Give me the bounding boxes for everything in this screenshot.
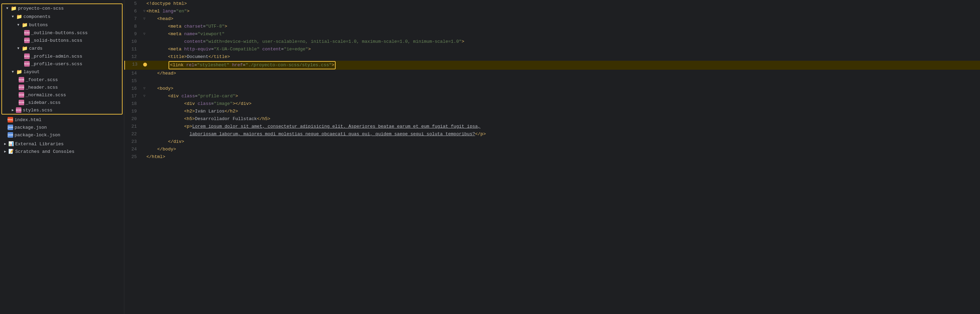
chevron-icon: ▶ <box>10 108 15 112</box>
line-content: <p>Lorem ipsum dolor sit amet, consectet… <box>146 123 980 130</box>
line-content: laboriosam laborum, maiores modi molesti… <box>146 131 980 138</box>
editor-line-23: 23 </div> <box>124 138 980 146</box>
sidebar-item-outline-buttons[interactable]: scss _outline-buttons.scss <box>2 29 122 36</box>
chevron-icon: ▼ <box>16 47 21 51</box>
sidebar-label: _footer.scss <box>25 77 58 82</box>
sidebar-label: Scratches and Consoles <box>15 149 75 154</box>
line-number: 23 <box>124 138 142 145</box>
sidebar-label: styles.scss <box>23 108 52 113</box>
sidebar-item-external-libraries[interactable]: ▶ 📊 External Libraries <box>0 140 124 147</box>
fold-indicator: ⬤ <box>143 61 147 68</box>
editor-line-24: 24 </body> <box>124 146 980 153</box>
editor-line-15: 15 <box>124 77 980 85</box>
sidebar-label: buttons <box>29 22 48 28</box>
json-file-icon: json <box>8 125 13 130</box>
editor-line-8: 8 <meta charset="UTF-8"> <box>124 23 980 30</box>
line-number: 22 <box>124 131 142 138</box>
json-file-icon: json <box>8 132 13 138</box>
html-file-icon: html <box>8 117 13 122</box>
sidebar-label: cards <box>29 46 43 51</box>
line-number: 15 <box>124 78 142 84</box>
line-number: 21 <box>124 123 142 130</box>
sidebar-item-sidebar-scss[interactable]: scss _sidebar.scss <box>2 99 122 106</box>
sidebar-item-profile-admin[interactable]: scss _profile-admin.scss <box>2 52 122 60</box>
scss-file-icon: scss <box>19 84 24 90</box>
scss-file-icon: scss <box>24 38 30 43</box>
line-content: content="width=device-width, user-scalab… <box>146 38 980 45</box>
sidebar-label: External Libraries <box>15 141 64 147</box>
editor-line-22: 22 laboriosam laborum, maiores modi mole… <box>124 130 980 138</box>
sidebar-item-layout[interactable]: ▼ 📁 layout <box>2 68 122 76</box>
line-content: <div class="profile-card"> <box>146 93 980 100</box>
line-content: </html> <box>146 154 980 160</box>
sidebar-item-styles[interactable]: ▶ scss styles.scss <box>2 106 122 114</box>
sidebar-item-buttons[interactable]: ▼ 📁 buttons <box>2 21 122 29</box>
line-number: 7 <box>124 16 142 22</box>
sidebar-item-package-lock-json[interactable]: json package-lock.json <box>0 131 124 139</box>
folder-icon: 📁 <box>21 22 28 28</box>
line-content: <head> <box>146 16 980 22</box>
line-content: <div class="image"></div> <box>146 100 980 107</box>
sidebar-item-components[interactable]: ▼ 📁 components <box>2 13 122 21</box>
sidebar-label: package-lock.json <box>14 133 60 138</box>
sidebar-label: _solid-buttons.scss <box>31 38 82 43</box>
sidebar-label: _normalize.scss <box>25 92 66 98</box>
line-content: <h5>Desarrollador Fullstack</h5> <box>146 116 980 122</box>
editor-line-17: 17 ▽ <div class="profile-card"> <box>124 92 980 100</box>
sidebar-label: _header.scss <box>25 85 58 90</box>
editor-line-18: 18 <div class="image"></div> <box>124 100 980 108</box>
sidebar-item-scratches-consoles[interactable]: ▶ 📝 Scratches and Consoles <box>0 147 124 155</box>
chevron-icon: ▶ <box>3 149 8 154</box>
line-number: 17 <box>124 93 142 100</box>
editor-line-6: 6 ▽ <html lang="en"> <box>124 8 980 15</box>
sidebar-label: _outline-buttons.scss <box>31 30 88 35</box>
folder-icon: 📁 <box>21 45 28 51</box>
sidebar-item-profile-users[interactable]: scss _profile-users.scss <box>2 60 122 68</box>
line-number: 12 <box>124 54 142 60</box>
folder-icon: 📁 <box>16 13 22 20</box>
scss-file-icon: scss <box>24 30 30 35</box>
sidebar-item-package-json[interactable]: json package.json <box>0 124 124 131</box>
line-number: 5 <box>124 0 142 7</box>
sidebar-item-index-html[interactable]: html index.html <box>0 116 124 124</box>
line-number: 18 <box>124 100 142 107</box>
line-content: </body> <box>146 146 980 153</box>
sidebar-item-cards[interactable]: ▼ 📁 cards <box>2 44 122 52</box>
sidebar-label: index.html <box>14 117 41 122</box>
editor-line-10: 10 content="width=device-width, user-sca… <box>124 38 980 46</box>
line-number: 14 <box>124 70 142 77</box>
external-libraries-icon: 📊 <box>8 141 14 147</box>
fold-indicator: ▽ <box>142 31 146 38</box>
line-content: <link rel="stylesheet" href="./proyecto-… <box>147 61 980 69</box>
fold-indicator: ▽ <box>142 85 146 92</box>
sidebar-item-header[interactable]: scss _header.scss <box>2 84 122 91</box>
selected-group: ▼ 📁 proyecto-con-scss ▼ 📁 components ▼ 📁… <box>2 3 123 114</box>
editor-line-13: 13 ⬤ <link rel="stylesheet" href="./proy… <box>124 61 980 70</box>
line-content: <!doctype html> <box>146 0 980 7</box>
chevron-icon: ▼ <box>10 15 15 19</box>
sidebar-label: _sidebar.scss <box>25 100 60 105</box>
scratches-consoles-icon: 📝 <box>8 149 14 154</box>
sidebar-label: layout <box>24 69 40 75</box>
sidebar-item-normalize[interactable]: scss _normalize.scss <box>2 91 122 99</box>
editor-line-9: 9 ▽ <meta name="viewport" <box>124 30 980 38</box>
sidebar-label: _profile-users.scss <box>31 62 82 67</box>
sidebar-item-solid-buttons[interactable]: scss _solid-buttons.scss <box>2 36 122 44</box>
fold-indicator: ▽ <box>142 93 146 100</box>
sidebar-item-footer[interactable]: scss _footer.scss <box>2 76 122 84</box>
sidebar-item-proyecto[interactable]: ▼ 📁 proyecto-con-scss <box>2 4 122 13</box>
scss-file-icon: scss <box>19 77 24 82</box>
sidebar-label: components <box>24 14 51 19</box>
fold-indicator: ▽ <box>142 8 146 15</box>
folder-icon: 📁 <box>16 69 22 75</box>
line-number: 24 <box>124 146 142 153</box>
line-content: <meta charset="UTF-8"> <box>146 23 980 30</box>
line-number: 19 <box>124 108 142 115</box>
line-content: <h2>Iván Larios</h2> <box>146 108 980 115</box>
editor-line-19: 19 <h2>Iván Larios</h2> <box>124 108 980 115</box>
line-number: 20 <box>124 116 142 122</box>
editor-line-12: 12 <title>Document</title> <box>124 53 980 61</box>
line-number: 13 <box>125 61 143 68</box>
editor-line-11: 11 <meta http-equiv="X-UA-Compatible" co… <box>124 46 980 53</box>
folder-icon: 📁 <box>10 5 17 11</box>
